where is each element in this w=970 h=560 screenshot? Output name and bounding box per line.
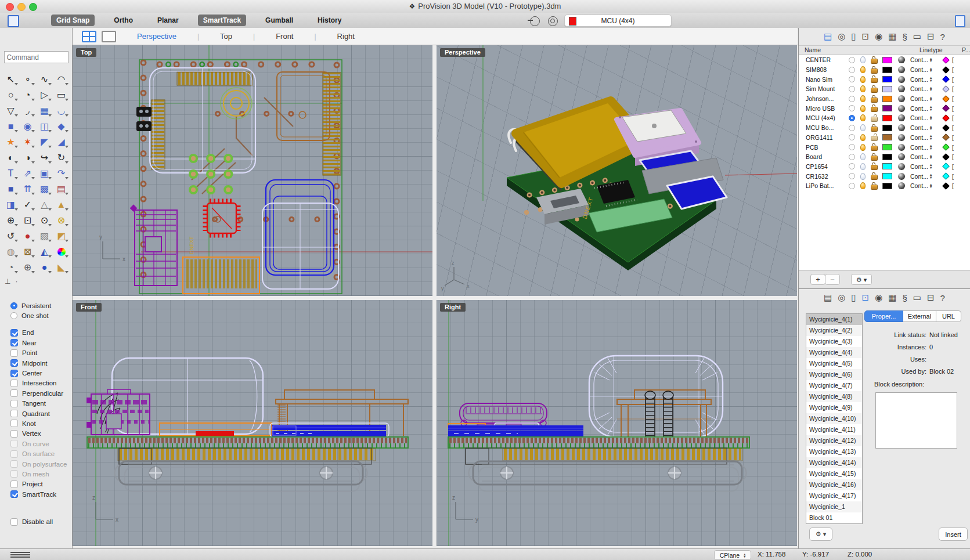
- block-list-item[interactable]: Wycignicie_4(1): [806, 314, 862, 325]
- pipe-tool[interactable]: ▤: [53, 181, 70, 197]
- layer-row[interactable]: CR1632 Cont...▴▾ [: [799, 171, 970, 181]
- block-list-item[interactable]: Wycignicie_4(14): [806, 457, 862, 468]
- block-list-item[interactable]: Wycignicie_4(16): [806, 479, 862, 490]
- menu-icon[interactable]: [10, 552, 30, 553]
- layer-linetype[interactable]: Cont...▴▾: [910, 163, 942, 170]
- osnap-tangent[interactable]: Tangent: [10, 399, 72, 409]
- block-options-button[interactable]: ⚙▾: [809, 528, 832, 541]
- layer-lock-icon[interactable]: [871, 124, 877, 132]
- workspace-icon[interactable]: [8, 15, 19, 27]
- print-color-diamond[interactable]: [942, 95, 950, 103]
- layer-linetype[interactable]: Cont...▴▾: [910, 144, 942, 151]
- layer-color-swatch[interactable]: [882, 57, 892, 63]
- layer-material-icon[interactable]: [898, 182, 905, 189]
- layer-material-icon[interactable]: [898, 56, 905, 63]
- layer-material-icon[interactable]: [898, 134, 905, 141]
- osnap-intersection[interactable]: Intersection: [10, 378, 72, 388]
- layer-visibility-bulb-icon[interactable]: [860, 153, 866, 160]
- layer-linetype[interactable]: Cont...▴▾: [910, 124, 942, 131]
- osnap-end[interactable]: End: [10, 328, 72, 338]
- layout-tool[interactable]: ◩: [53, 228, 70, 244]
- current-layer-radio[interactable]: [849, 57, 855, 63]
- current-layer-radio[interactable]: [849, 163, 855, 169]
- monitor-panel-icon[interactable]: ⊟: [927, 292, 935, 303]
- front-viewport-canvas[interactable]: z x: [73, 300, 432, 546]
- layer-lock-icon[interactable]: [871, 172, 877, 180]
- layers-panel-icon[interactable]: ▤: [824, 31, 832, 42]
- layer-color-swatch[interactable]: [882, 183, 892, 189]
- print-color-diamond[interactable]: [942, 114, 950, 122]
- layer-row[interactable]: Board Cont...▴▾ [: [799, 152, 970, 162]
- layer-lock-icon[interactable]: [871, 114, 877, 122]
- layer-color-swatch[interactable]: [882, 134, 892, 140]
- current-layer-radio[interactable]: [849, 115, 855, 121]
- layer-visibility-bulb-icon[interactable]: [860, 76, 866, 83]
- osnap-on-mesh[interactable]: On mesh: [10, 469, 72, 479]
- curve-handles-tool[interactable]: ◠: [53, 71, 70, 87]
- perspective-viewport-canvas[interactable]: DNEXT z y x: [437, 45, 797, 296]
- delete-layer-button[interactable]: −: [825, 274, 840, 285]
- grid-point-icon[interactable]: ·: [15, 277, 17, 286]
- layer-color-swatch[interactable]: [882, 96, 892, 102]
- current-layer-radio[interactable]: [849, 86, 855, 92]
- layer-row[interactable]: Micro USB Cont...▴▾ [: [799, 103, 970, 113]
- layer-color-swatch[interactable]: [882, 105, 892, 111]
- help-panel-icon[interactable]: ?: [940, 293, 945, 303]
- block-list-item[interactable]: Wycignicie_4(3): [806, 336, 862, 347]
- osnap-disable-all[interactable]: Disable all: [10, 516, 72, 526]
- color-wheel-tool[interactable]: [53, 244, 70, 259]
- print-color-diamond[interactable]: [942, 133, 950, 141]
- commands-panel-icon[interactable]: §: [902, 32, 907, 42]
- layer-linetype[interactable]: Cont...▴▾: [910, 173, 942, 180]
- right-viewport[interactable]: Right: [437, 300, 797, 546]
- osnap-perpendicular[interactable]: Perpendicular: [10, 388, 72, 398]
- checkbox[interactable]: [10, 359, 18, 367]
- layers-panel-icon[interactable]: ▤: [824, 292, 832, 303]
- sphere-tool[interactable]: ◉: [19, 118, 36, 134]
- copy-tool[interactable]: ▣: [36, 165, 53, 181]
- current-layer-radio[interactable]: [849, 144, 855, 150]
- ghosted-view-tool[interactable]: ⊕: [19, 259, 36, 275]
- current-layer-radio[interactable]: [849, 173, 855, 179]
- checkbox[interactable]: [10, 410, 18, 417]
- print-color-diamond[interactable]: [942, 85, 950, 93]
- checkbox[interactable]: [10, 420, 18, 427]
- rectangle-panel-icon[interactable]: ▭: [913, 292, 921, 303]
- layer-visibility-bulb-icon[interactable]: [860, 95, 866, 102]
- right-viewport-canvas[interactable]: z y: [437, 300, 797, 546]
- undo-view-tool[interactable]: ↺: [2, 228, 19, 244]
- radio-button[interactable]: [10, 312, 17, 319]
- layer-linetype[interactable]: Cont...▴▾: [910, 66, 942, 73]
- print-color-diamond[interactable]: [942, 75, 950, 83]
- viewport-tab-top[interactable]: Top: [220, 32, 232, 41]
- print-color-diamond[interactable]: [942, 172, 950, 180]
- layer-lock-icon[interactable]: [871, 182, 877, 190]
- layer-visibility-bulb-icon[interactable]: [860, 105, 866, 112]
- layer-row[interactable]: MCU (4x4) Cont...▴▾ [: [799, 113, 970, 123]
- layer-material-icon[interactable]: [898, 76, 905, 83]
- checkbox[interactable]: [10, 370, 18, 377]
- arc-tool[interactable]: ▷: [36, 87, 53, 103]
- layer-color-swatch[interactable]: [882, 67, 892, 73]
- current-layer-radio[interactable]: [849, 125, 855, 131]
- checkbox[interactable]: [10, 339, 18, 346]
- cplane-selector[interactable]: CPlane ▴▾: [714, 550, 751, 560]
- block-description-field[interactable]: [875, 392, 957, 449]
- layer-material-icon[interactable]: [898, 173, 905, 180]
- layer-row[interactable]: CP1654 Cont...▴▾ [: [799, 162, 970, 172]
- checkbox[interactable]: [10, 389, 18, 397]
- osnap-on-polysurface[interactable]: On polysurface: [10, 459, 72, 469]
- toolbar-button-history[interactable]: History: [312, 15, 347, 26]
- polygon-tool[interactable]: ▽: [2, 103, 19, 118]
- surface-grid-tool[interactable]: ▦: [36, 103, 53, 118]
- layer-row[interactable]: CENTER Cont...▴▾ [: [799, 55, 970, 65]
- layer-lock-icon[interactable]: [871, 66, 877, 74]
- named-view-tool[interactable]: ●: [19, 228, 36, 244]
- curve-tool[interactable]: ∿: [36, 71, 53, 87]
- checkbox[interactable]: [10, 480, 18, 488]
- lock-tool[interactable]: ⊠: [19, 244, 36, 259]
- print-color-diamond[interactable]: [942, 153, 950, 161]
- toolbar-button-ortho[interactable]: Ortho: [109, 15, 138, 26]
- layer-lock-icon[interactable]: [871, 85, 877, 93]
- layer-lock-icon[interactable]: [871, 153, 877, 161]
